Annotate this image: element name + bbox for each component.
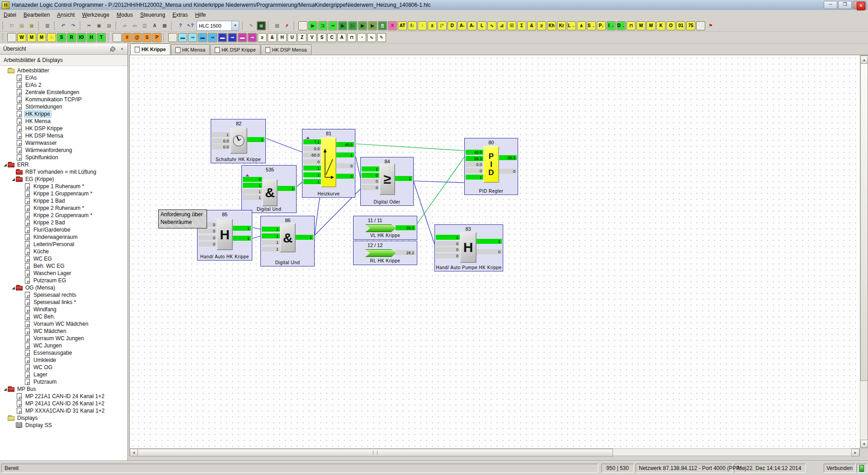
kh-block-icon[interactable]: Kh [547, 21, 556, 30]
delete-icon[interactable]: ✗ [283, 21, 292, 30]
annotation-note[interactable]: Anforderung überNebenräume [158, 209, 207, 228]
input-block-icon[interactable]: ⊐ [318, 21, 327, 30]
ma-display-icon[interactable]: M [27, 33, 36, 42]
s-op-icon[interactable]: S [317, 33, 326, 42]
arrow-navy-icon[interactable]: ⇒ [228, 33, 237, 42]
p-block-icon[interactable]: P↓ [597, 21, 606, 30]
c-op-icon[interactable]: C [327, 33, 336, 42]
d-green-block-icon[interactable]: D→ [617, 21, 626, 30]
analog-in-block-icon[interactable]: ▶ [358, 21, 367, 30]
maximize-button[interactable]: ❐ [838, 1, 852, 9]
up-block-icon[interactable]: ↑ [418, 21, 427, 30]
text-label-icon[interactable]: A [150, 21, 159, 30]
spare-button-icon[interactable] [696, 21, 705, 30]
chevron-down-icon[interactable]: ▼ [231, 21, 239, 30]
function-block-84[interactable]: 84≥10001Digital Oder [360, 157, 414, 206]
kr-block-icon[interactable]: Kr [557, 21, 566, 30]
close-panel-button[interactable]: × [118, 45, 126, 52]
tree-item-umkleide[interactable]: Umkleide [0, 356, 127, 364]
w-display-icon[interactable]: W [17, 33, 26, 42]
tree-item-kommunikation-tcp-ip[interactable]: Kommunikation TCP/IP [0, 96, 127, 103]
flag-icon[interactable]: ⚑ [706, 21, 715, 30]
ge-op-icon[interactable]: ≥ [258, 33, 267, 42]
minimize-button[interactable]: ─ [824, 1, 837, 9]
tree-item-zentrale-einstellungen[interactable]: Zentrale Einstellungen [0, 89, 127, 96]
pointer4-tool-icon[interactable] [168, 33, 177, 42]
copy-icon[interactable]: ▣ [94, 21, 104, 30]
and-op-icon[interactable]: & [268, 33, 277, 42]
tree-item-mp-xxxa1can-id-31-kanal-1-2[interactable]: MP XXXA1CAN-ID 31 Kanal 1+2 [0, 407, 127, 414]
i-green-block-icon[interactable]: I→ [607, 21, 616, 30]
tree-item-vorraum-wc-mädchen[interactable]: Vorraum WC Mädchen [0, 320, 127, 328]
pointer2-tool-icon[interactable] [7, 33, 16, 42]
vertical-scrollbar[interactable]: ▲ ▼ [860, 55, 868, 448]
tree-item-krippe-1-ruheraum-[interactable]: Krippe 1 Ruheraum * [0, 183, 127, 190]
menu-steuerung[interactable]: Steuerung [137, 11, 169, 19]
tree-item-putzraum[interactable]: Putzraum [0, 378, 127, 385]
monitor-icon[interactable]: ▣ [257, 21, 266, 30]
tree-item-leiterin-personal[interactable]: Leiterin/Personal [0, 241, 127, 248]
copy-worksheet-icon[interactable]: ◫ [140, 21, 149, 30]
tree-item-mp-241a1-can-id-26-kanal-1-2[interactable]: MP 241A1 CAN-ID 26 Kanal 1+2 [0, 400, 127, 407]
triangle-block-icon[interactable]: ⊿ [497, 21, 506, 30]
function-block-535[interactable]: 535&01111Digital Und [241, 165, 297, 213]
tree-item-wärmeanforderung[interactable]: Wärmeanforderung [0, 147, 127, 154]
arrow-magenta-icon[interactable]: ⇒ [248, 33, 257, 42]
menu-bearbeiten[interactable]: Bearbeiten [20, 11, 53, 19]
m2-block-icon[interactable]: M [646, 21, 656, 30]
menu-modus[interactable]: Modus [113, 11, 137, 19]
tree-item-waschen-lager[interactable]: Waschen Lager [0, 270, 127, 277]
a-op-icon[interactable]: A [337, 33, 346, 42]
sensor-block-rl-hk-krippe[interactable]: 12 / 1228.2RL HK Krippe [353, 241, 417, 265]
view-worksheet-icon[interactable]: ▭ [130, 21, 139, 30]
k-block-icon[interactable]: K [656, 21, 665, 30]
pen-op-icon[interactable]: ✎ [377, 33, 386, 42]
tree-item-krippe-1-bad[interactable]: Krippe 1 Bad [0, 197, 127, 204]
open-file-icon[interactable]: ▤ [17, 21, 26, 30]
analog-sub2-block-icon[interactable]: A- [467, 21, 476, 30]
analog-sub1-block-icon[interactable]: A- [458, 21, 467, 30]
context-help-icon[interactable]: ↖? [186, 21, 195, 30]
tree-item-krippe-2-bad[interactable]: Krippe 2 Bad [0, 219, 127, 226]
wave-op-icon[interactable]: ∿ [367, 33, 376, 42]
device-selector[interactable]: HLC 1500▼ [197, 21, 239, 31]
tree-item-display-ss[interactable]: Display SS [0, 422, 127, 429]
h-green-icon[interactable]: H [87, 33, 96, 42]
r-green-icon[interactable]: R [67, 33, 76, 42]
redo-icon[interactable]: ↷ [69, 21, 78, 30]
h-op-icon[interactable]: H [278, 33, 287, 42]
tree-item-hk-krippe[interactable]: HK Krippe [0, 110, 127, 118]
arrow-cyan-icon[interactable]: ⇒ [188, 33, 197, 42]
p-orange-icon[interactable]: P [152, 33, 161, 42]
vertical-scroll-thumb[interactable] [860, 63, 868, 381]
function-block-81[interactable]: 817.10.0-50.0011140.0100Heizkurve [302, 129, 355, 198]
tree-item-küche[interactable]: Küche [0, 248, 127, 255]
const-block-icon[interactable]: ▶ [308, 21, 317, 30]
scroll-up-arrow[interactable]: ▲ [860, 56, 868, 64]
lr-block-icon[interactable]: L→ [567, 21, 576, 30]
function-block-82[interactable]: 8210.00.01Schaltuhr HK Krippe [211, 119, 266, 163]
hash-orange-icon[interactable]: # [123, 33, 132, 42]
xbox-block-icon[interactable]: ☒ [507, 21, 516, 30]
tree-item-flur-garderobe[interactable]: Flur/Garderobe [0, 226, 127, 233]
expander-icon[interactable]: ◢ [11, 286, 16, 290]
logic-canvas[interactable]: 8210.00.01Schaltuhr HK Krippe817.10.0-50… [129, 55, 860, 448]
pointer-tool-icon[interactable] [298, 21, 307, 30]
limit-block-icon[interactable]: I↕ [408, 21, 417, 30]
clock-op-icon[interactable]: ◔ [357, 33, 366, 42]
expander-icon[interactable]: ◢ [11, 177, 16, 181]
tab-hk-mensa[interactable]: HK Mensa [171, 44, 210, 55]
horizontal-scrollbar[interactable]: ◄ ► [129, 448, 860, 456]
menu-ansicht[interactable]: Ansicht [53, 11, 78, 19]
or-block-icon[interactable]: ≥ [537, 21, 546, 30]
tree-item-wc-og[interactable]: WC OG [0, 364, 127, 371]
new-worksheet-icon[interactable]: ▱ [120, 21, 129, 30]
tree-item-essensausgabe[interactable]: Essensausgabe [0, 349, 127, 356]
pin-panel-button[interactable] [108, 45, 117, 52]
close-worksheet-button[interactable]: × [857, 2, 865, 10]
at-orange-icon[interactable]: @ [132, 33, 142, 42]
d-block-icon[interactable]: D [448, 21, 457, 30]
tree-item-spühlfunktion[interactable]: Spühlfunktion [0, 154, 127, 161]
u-op-icon[interactable]: U [288, 33, 297, 42]
menu-werkzeuge[interactable]: Werkzeuge [78, 11, 113, 19]
